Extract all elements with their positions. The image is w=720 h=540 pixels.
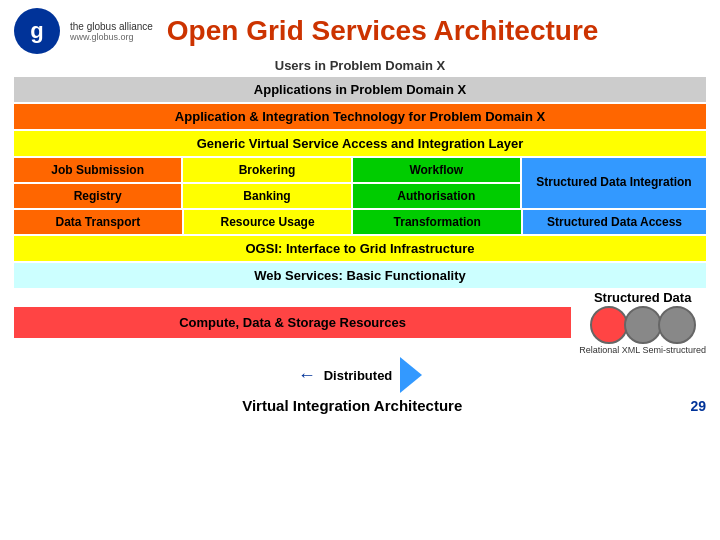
sd-label: Structured Data [594, 290, 692, 305]
distributed-label: Distributed [324, 368, 393, 383]
cell-workflow: Workflow [353, 158, 520, 182]
layer-apps: Applications in Problem Domain X [14, 77, 706, 102]
page-title: Open Grid Services Architecture [167, 15, 599, 47]
cell-brokering: Brokering [183, 158, 350, 182]
cell-registry: Registry [14, 184, 181, 208]
cell-data-transport: Data Transport [14, 210, 182, 234]
col-right: Structured Data Integration [522, 158, 706, 208]
cell-job-submission: Job Submission [14, 158, 181, 182]
structured-data-box: Structured Data Relational XML Semi-stru… [579, 290, 706, 355]
cell-compute: Compute, Data & Storage Resources [14, 307, 571, 338]
logo-circle: g [14, 8, 60, 54]
structured-data-integration-label: Structured Data Integration [536, 175, 691, 191]
footer-title: Virtual Integration Architecture [14, 397, 690, 414]
middle-row: Job Submission Registry Brokering Bankin… [14, 158, 706, 208]
sd-circle-1 [590, 306, 628, 344]
col-left: Job Submission Registry [14, 158, 181, 208]
main-content: Users in Problem Domain X Applications i… [0, 58, 720, 395]
compute-row: Compute, Data & Storage Resources Struct… [14, 290, 706, 355]
layer-webservices: Web Services: Basic Functionality [14, 263, 706, 288]
label-users: Users in Problem Domain X [14, 58, 706, 73]
page-number: 29 [690, 398, 706, 414]
layer-integration: Application & Integration Technology for… [14, 104, 706, 129]
header: g the globus alliance www.globus.org Ope… [0, 0, 720, 58]
sd-circle-3 [658, 306, 696, 344]
cell-authorisation: Authorisation [353, 184, 520, 208]
cell-structured-data-integration: Structured Data Integration [522, 158, 706, 208]
sd-circles [590, 306, 696, 344]
layer-ogsi: OGSI: Interface to Grid Infrastructure [14, 236, 706, 261]
cell-transformation: Transformation [353, 210, 521, 234]
sd-sub: Relational XML Semi-structured [579, 345, 706, 355]
cell-resource-usage: Resource Usage [184, 210, 352, 234]
cell-banking: Banking [183, 184, 350, 208]
logo-text-top: the globus alliance [70, 21, 153, 32]
layer-generic: Generic Virtual Service Access and Integ… [14, 131, 706, 156]
arrow-left-icon: ← [298, 365, 316, 386]
col-mid2: Workflow Authorisation [353, 158, 520, 208]
distributed-row: ← Distributed [14, 357, 706, 393]
col-mid1: Brokering Banking [183, 158, 350, 208]
sd-circle-2 [624, 306, 662, 344]
logo-url: www.globus.org [70, 32, 153, 42]
footer-row: Virtual Integration Architecture 29 [0, 395, 720, 414]
logo-text: the globus alliance www.globus.org [70, 21, 153, 42]
cell-structured-data-access: Structured Data Access [523, 210, 706, 234]
arrow-right-icon [400, 357, 422, 393]
bottom-row: Data Transport Resource Usage Transforma… [14, 210, 706, 234]
